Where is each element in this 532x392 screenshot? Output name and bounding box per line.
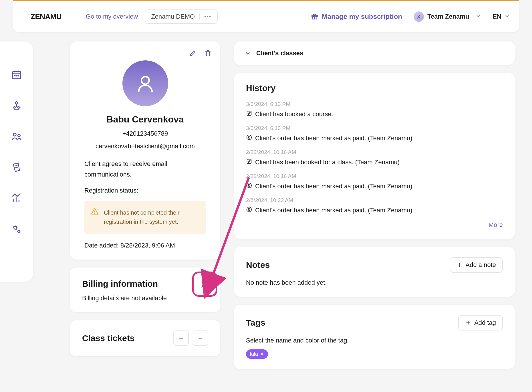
history-list: 3/5/2024, 6:13 PMClient has booked a cou… bbox=[246, 101, 503, 214]
pencil-icon bbox=[189, 50, 196, 57]
history-title: History bbox=[246, 83, 503, 93]
svg-point-10 bbox=[18, 75, 19, 76]
subscription-label: Manage my subscription bbox=[322, 13, 402, 21]
history-card: History 3/5/2024, 6:13 PMClient has book… bbox=[234, 73, 515, 239]
class-tickets-title: Class tickets bbox=[82, 333, 134, 343]
client-card: Babu Cervenkova +420123456789 cervenkova… bbox=[70, 41, 220, 260]
settings-icon[interactable] bbox=[11, 223, 22, 235]
history-item: 2/8/2024, 10:33 AMClient's order has bee… bbox=[246, 197, 503, 214]
remove-tag-icon[interactable]: ✕ bbox=[260, 351, 264, 357]
overview-link[interactable]: Go to my overview bbox=[86, 13, 138, 20]
divider bbox=[79, 11, 79, 22]
chevron-down-icon bbox=[475, 13, 481, 20]
client-email: cervenkovab+testclient@gmail.com bbox=[82, 142, 208, 150]
svg-point-3 bbox=[418, 15, 420, 16]
notes-title: Notes bbox=[246, 260, 270, 270]
history-more-link[interactable]: More bbox=[246, 221, 503, 229]
billing-card: Billing information Billing details are … bbox=[70, 268, 220, 312]
team-label: Team Zenamu bbox=[427, 13, 469, 20]
delete-client-button[interactable] bbox=[204, 50, 212, 58]
notes-empty-text: No note has been added yet. bbox=[246, 279, 503, 286]
calendar-icon[interactable] bbox=[11, 69, 22, 80]
tag-label: lala bbox=[250, 351, 258, 357]
chevron-down-icon bbox=[504, 13, 510, 20]
edit-billing-button[interactable] bbox=[192, 272, 217, 297]
history-item: 2/22/2024, 10:16 AMClient has been booke… bbox=[246, 149, 503, 166]
svg-line-14 bbox=[15, 165, 17, 166]
client-name: Babu Cervenkova bbox=[82, 114, 208, 125]
history-item: 3/5/2024, 6:13 PMClient's order has been… bbox=[246, 125, 503, 142]
person-icon bbox=[134, 72, 157, 95]
history-text: Client's order has been marked as paid. … bbox=[246, 206, 503, 214]
team-avatar-icon bbox=[414, 11, 424, 22]
manage-subscription-link[interactable]: Manage my subscription bbox=[311, 13, 402, 21]
history-text: Client has been booked for a class. (Tea… bbox=[246, 158, 503, 166]
sidebar bbox=[0, 41, 33, 282]
receipt-icon[interactable] bbox=[11, 162, 22, 173]
plus-icon bbox=[178, 335, 184, 341]
dollar-icon bbox=[246, 206, 252, 214]
tag-pill[interactable]: lala✕ bbox=[246, 349, 268, 359]
more-icon[interactable]: ••• bbox=[199, 14, 211, 20]
logo[interactable]: ZENAMU bbox=[22, 11, 61, 23]
team-switcher[interactable]: Team Zenamu bbox=[414, 11, 481, 22]
add-ticket-button[interactable] bbox=[173, 330, 189, 346]
history-time: 2/22/2024, 10:16 AM bbox=[246, 173, 503, 179]
svg-point-8 bbox=[14, 75, 15, 76]
svg-point-13 bbox=[18, 134, 20, 137]
billing-empty-text: Billing details are not available bbox=[82, 294, 208, 302]
dollar-icon bbox=[246, 134, 252, 142]
client-classes-title: Client's classes bbox=[256, 50, 303, 57]
demo-label: Zenamu DEMO bbox=[151, 13, 195, 20]
add-tag-button[interactable]: Add tag bbox=[458, 315, 503, 330]
meditation-icon[interactable] bbox=[11, 100, 22, 111]
svg-point-22 bbox=[141, 77, 149, 84]
svg-point-11 bbox=[15, 102, 18, 104]
history-item: 2/22/2024, 10:16 AMClient's order has be… bbox=[246, 173, 503, 190]
history-time: 2/8/2024, 10:33 AM bbox=[246, 197, 503, 203]
date-added: Date added: 8/28/2023, 9:06 AM bbox=[84, 242, 206, 249]
people-icon[interactable] bbox=[11, 131, 22, 142]
svg-point-24 bbox=[94, 213, 95, 213]
history-time: 3/5/2024, 6:13 PM bbox=[246, 101, 503, 107]
tags-title: Tags bbox=[246, 318, 265, 328]
language-label: EN bbox=[493, 13, 501, 20]
gift-icon bbox=[311, 13, 318, 20]
edit-icon bbox=[246, 158, 252, 166]
pencil-icon bbox=[201, 280, 209, 288]
client-phone: +420123456789 bbox=[82, 130, 208, 137]
analytics-icon[interactable] bbox=[11, 193, 22, 204]
logo-text: ZENAMU bbox=[31, 12, 61, 21]
edit-icon bbox=[246, 110, 252, 118]
registration-status-label: Registration status: bbox=[84, 187, 206, 194]
client-classes-card[interactable]: Client's classes bbox=[234, 41, 515, 65]
add-note-button[interactable]: Add a note bbox=[450, 257, 503, 273]
svg-point-9 bbox=[16, 75, 17, 76]
history-time: 2/22/2024, 10:16 AM bbox=[246, 149, 503, 155]
add-tag-label: Add tag bbox=[474, 319, 496, 326]
history-time: 3/5/2024, 6:13 PM bbox=[246, 125, 503, 131]
remove-ticket-button[interactable] bbox=[193, 330, 208, 346]
history-item: 3/5/2024, 6:13 PMClient has booked a cou… bbox=[246, 101, 503, 118]
content-area: Babu Cervenkova +420123456789 cervenkova… bbox=[70, 41, 515, 369]
warning-text: Client has not completed their registrat… bbox=[104, 209, 180, 225]
chevron-down-icon bbox=[244, 50, 251, 57]
registration-warning: Client has not completed their registrat… bbox=[84, 201, 206, 234]
client-avatar bbox=[122, 60, 168, 106]
warning-icon bbox=[91, 207, 99, 215]
history-text: Client's order has been marked as paid. … bbox=[246, 182, 503, 190]
billing-title: Billing information bbox=[82, 278, 208, 290]
minus-icon bbox=[197, 335, 204, 341]
add-note-label: Add a note bbox=[466, 261, 496, 269]
topbar: ZENAMU Go to my overview Zenamu DEMO •••… bbox=[13, 0, 519, 32]
demo-button[interactable]: Zenamu DEMO ••• bbox=[145, 9, 218, 24]
svg-point-12 bbox=[13, 133, 16, 136]
history-text: Client's order has been marked as paid. … bbox=[246, 134, 503, 142]
notes-card: Notes Add a note No note has been added … bbox=[234, 247, 515, 297]
client-consent-text: Client agrees to receive email communica… bbox=[84, 159, 206, 180]
history-text: Client has booked a course. bbox=[246, 110, 503, 118]
trash-icon bbox=[204, 50, 212, 57]
tags-card: Tags Add tag Select the name and color o… bbox=[234, 305, 515, 369]
language-switcher[interactable]: EN bbox=[493, 13, 510, 20]
edit-client-button[interactable] bbox=[189, 50, 196, 58]
